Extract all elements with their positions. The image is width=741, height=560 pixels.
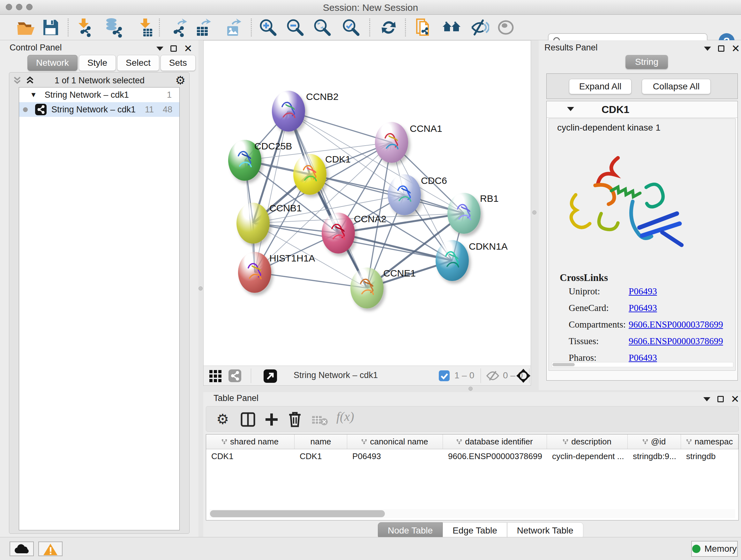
crosslink-row: Tissues:9606.ENSP00000378699 [569, 336, 731, 353]
tab-edge-table[interactable]: Edge Table [443, 522, 507, 539]
crosslink-link[interactable]: P06493 [629, 303, 657, 313]
table-cell[interactable]: CDK1 [206, 449, 294, 463]
zoom-out-icon[interactable] [285, 17, 306, 38]
column-header-namespac[interactable]: namespac [681, 435, 738, 449]
tab-network[interactable]: Network [27, 55, 77, 71]
tab-node-table[interactable]: Node Table [378, 522, 443, 539]
open-session-icon[interactable] [15, 17, 36, 38]
memory-button[interactable]: Memory [691, 541, 738, 557]
network-canvas[interactable]: CCNB2CCNA1CDC25BCDK1CDC6RB1CCNB1CCNA2CDK… [204, 41, 531, 366]
birdseye-toggle-icon[interactable] [516, 368, 531, 383]
tab-string[interactable]: String [625, 55, 668, 69]
network-node-ccnb1[interactable] [237, 203, 270, 244]
results-hscroll-thumb[interactable] [552, 363, 575, 366]
column-header-description[interactable]: description [547, 435, 628, 449]
network-row[interactable]: String Network – cdk1 11 48 [19, 102, 179, 117]
panel-float-icon[interactable] [718, 396, 724, 402]
clone-network-icon[interactable] [414, 17, 434, 38]
panel-menu-icon[interactable] [703, 397, 711, 401]
panel-close-icon[interactable]: ✕ [731, 45, 740, 52]
network-view-mode-icon[interactable] [228, 369, 242, 383]
table-cell[interactable]: stringdb:9... [628, 449, 681, 463]
gene-section-header[interactable]: CDK1 [547, 101, 738, 118]
crosslink-row: Compartments:9606.ENSP00000378699 [569, 319, 731, 336]
eye-icon[interactable] [495, 17, 516, 38]
show-columns-icon[interactable] [241, 412, 255, 427]
zoom-selected-icon[interactable] [341, 17, 361, 38]
export-network-icon[interactable] [169, 17, 189, 38]
selected-checkbox-icon[interactable] [439, 370, 450, 381]
panel-float-icon[interactable] [171, 45, 177, 52]
crosslink-link[interactable]: 9606.ENSP00000378699 [629, 336, 723, 347]
network-collection-row[interactable]: ▼ String Network – cdk1 1 [19, 87, 179, 102]
refresh-icon[interactable] [379, 17, 399, 38]
warning-button[interactable] [38, 542, 63, 556]
results-hscrollbar[interactable] [551, 362, 733, 367]
network-view-toolbar: String Network – cdk1 1 – 0 0 – 0 [204, 366, 531, 385]
column-header-canonical-name[interactable]: canonical name [347, 435, 443, 449]
table-hscroll-thumb[interactable] [210, 510, 385, 517]
gene-section: CDK1 cyclin-dependent kinase 1 [546, 101, 738, 381]
grid-view-icon[interactable] [209, 369, 223, 383]
network-node-ccna1[interactable] [375, 122, 408, 163]
main-toolbar: ? [0, 15, 741, 40]
panel-menu-icon[interactable] [156, 47, 163, 51]
hide-graphics-icon[interactable] [469, 17, 489, 38]
network-node-hist1h1a[interactable] [238, 252, 271, 293]
panel-close-icon[interactable]: ✕ [184, 45, 192, 52]
node-label-cdk1: CDK1 [325, 154, 351, 165]
bottom-splitter-handle[interactable] [468, 387, 473, 391]
right-splitter-handle[interactable] [532, 210, 536, 214]
section-collapse-icon[interactable] [567, 107, 574, 111]
tab-sets[interactable]: Sets [160, 55, 196, 71]
homes-icon[interactable] [441, 17, 462, 38]
zoom-fit-icon[interactable] [312, 17, 333, 38]
left-splitter-handle[interactable] [199, 287, 203, 291]
panel-close-icon[interactable]: ✕ [731, 396, 739, 402]
toolbar-separator [251, 18, 252, 37]
network-node-ccne1[interactable] [350, 267, 384, 308]
tab-style[interactable]: Style [79, 55, 116, 71]
table-cell[interactable]: CDK1 [294, 449, 347, 463]
import-network-database-icon[interactable] [103, 17, 124, 38]
panel-float-icon[interactable] [718, 45, 724, 52]
collapse-all-button[interactable]: Collapse All [642, 79, 711, 94]
column-header-name[interactable]: name [294, 435, 347, 449]
table-cell[interactable]: cyclin-dependent ... [547, 449, 628, 463]
network-node-cdc6[interactable] [388, 174, 421, 215]
import-network-file-icon[interactable] [73, 17, 94, 38]
add-column-icon[interactable] [264, 412, 279, 427]
table-hscrollbar[interactable] [209, 509, 735, 518]
network-node-cdk1[interactable] [293, 154, 327, 195]
panel-menu-icon[interactable] [704, 47, 711, 51]
zoom-in-icon[interactable] [258, 17, 278, 38]
table-settings-gear-icon[interactable]: ⚙ [216, 411, 229, 427]
table-cell[interactable]: P06493 [347, 449, 443, 463]
detach-view-icon[interactable] [263, 369, 278, 383]
export-image-icon[interactable] [223, 17, 243, 38]
network-node-ccnb2[interactable] [272, 91, 305, 132]
delete-column-icon[interactable] [288, 412, 302, 428]
tab-network-table[interactable]: Network Table [507, 522, 583, 539]
network-node-rb1[interactable] [448, 193, 481, 234]
gear-icon[interactable]: ⚙ [175, 74, 185, 87]
table-row[interactable]: CDK1CDK1P064939606.ENSP00000378699cyclin… [206, 449, 738, 463]
cloud-button[interactable] [10, 542, 34, 556]
expand-all-button[interactable]: Expand All [569, 79, 631, 94]
tree-expand-icon[interactable]: ▼ [30, 91, 37, 99]
column-header-database-identifier[interactable]: database identifier [443, 435, 547, 449]
network-node-cdkn1a[interactable] [435, 240, 469, 281]
column-header-id[interactable]: @id [628, 435, 681, 449]
crosslink-link[interactable]: P06493 [629, 353, 657, 363]
tab-select[interactable]: Select [117, 55, 159, 71]
results-panel-title: Results Panel [544, 43, 598, 53]
network-node-ccna2[interactable] [322, 212, 355, 253]
table-cell[interactable]: stringdb [681, 449, 738, 463]
export-table-icon[interactable] [192, 17, 213, 38]
table-cell[interactable]: 9606.ENSP00000378699 [443, 449, 547, 463]
column-header-shared-name[interactable]: shared name [206, 435, 294, 449]
crosslink-link[interactable]: 9606.ENSP00000378699 [629, 319, 723, 330]
import-table-file-icon[interactable] [135, 17, 155, 38]
crosslink-link[interactable]: P06493 [629, 286, 657, 297]
save-session-icon[interactable] [40, 17, 61, 38]
